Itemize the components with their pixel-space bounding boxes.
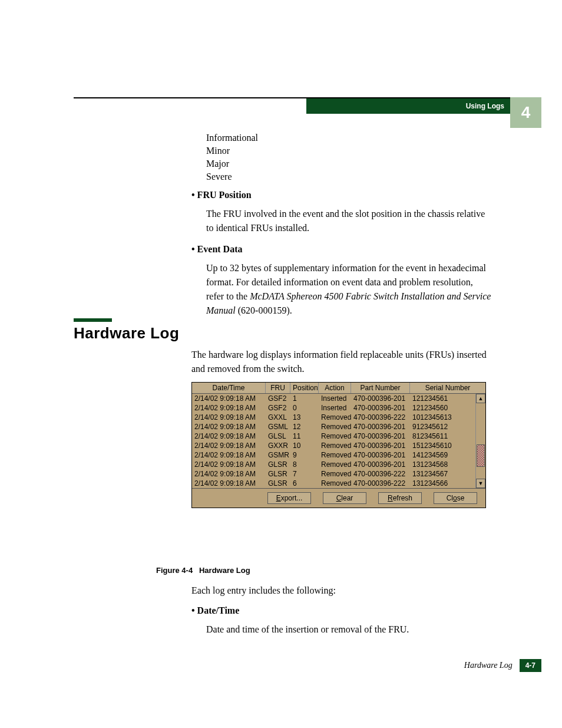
cell-sn: 912345612 bbox=[410, 422, 475, 431]
footer-page-number: 4-7 bbox=[520, 659, 541, 672]
footer-section: Hardware Log bbox=[464, 661, 513, 670]
cell-pn: 470-000396-201 bbox=[351, 394, 410, 403]
cell-fru: GSMR bbox=[266, 450, 290, 460]
col-header-action[interactable]: Action bbox=[319, 383, 351, 393]
cell-pn: 470-000396-222 bbox=[351, 469, 410, 479]
cell-sn: 131234566 bbox=[410, 479, 475, 488]
scroll-thumb[interactable] bbox=[477, 444, 485, 467]
cell-dt: 2/14/02 9:09:18 AM bbox=[192, 413, 266, 422]
cell-act: Removed bbox=[319, 450, 351, 460]
table-row[interactable]: 2/14/02 9:09:18 AMGLSR6Removed470-000396… bbox=[192, 479, 475, 488]
cell-act: Removed bbox=[319, 431, 351, 441]
section-intro: The hardware log displays information fi… bbox=[191, 348, 491, 376]
scroll-down-icon[interactable]: ▼ bbox=[476, 479, 485, 488]
cell-sn: 131234568 bbox=[410, 460, 475, 469]
table-row[interactable]: 2/14/02 9:09:18 AMGSMR9Removed470-000396… bbox=[192, 450, 475, 460]
col-header-part-number[interactable]: Part Number bbox=[351, 383, 410, 393]
table-row[interactable]: 2/14/02 9:09:18 AMGLSR8Removed470-000396… bbox=[192, 460, 475, 469]
cell-act: Removed bbox=[319, 469, 351, 479]
table-row[interactable]: 2/14/02 9:09:18 AMGLSL11Removed470-00039… bbox=[192, 431, 475, 441]
fru-position-desc: The FRU involved in the event and the sl… bbox=[206, 207, 491, 235]
cell-act: Removed bbox=[319, 479, 351, 488]
section-marker bbox=[74, 318, 112, 322]
severity-major: Major bbox=[206, 159, 491, 169]
cell-fru: GSML bbox=[266, 422, 290, 431]
col-header-datetime[interactable]: Date/Time bbox=[192, 383, 266, 393]
cell-pn: 470-000396-222 bbox=[351, 479, 410, 488]
datetime-desc: Date and time of the insertion or remova… bbox=[206, 622, 491, 637]
cell-sn: 812345611 bbox=[410, 431, 475, 441]
cell-fru: GSF2 bbox=[266, 403, 290, 413]
severity-severe: Severe bbox=[206, 172, 491, 182]
cell-pn: 470-000396-201 bbox=[351, 422, 410, 431]
cell-pos: 6 bbox=[290, 479, 319, 488]
scroll-track[interactable] bbox=[476, 403, 485, 479]
cell-sn: 1512345610 bbox=[410, 441, 475, 450]
cell-pos: 0 bbox=[290, 403, 319, 413]
event-data-heading: Event Data bbox=[191, 242, 491, 256]
refresh-button[interactable]: Refresh bbox=[378, 492, 422, 504]
table-row[interactable]: 2/14/02 9:09:18 AMGXXL13Removed470-00039… bbox=[192, 413, 475, 422]
cell-fru: GLSR bbox=[266, 460, 290, 469]
scrollbar[interactable]: ▲ ▼ bbox=[475, 394, 485, 488]
table-row[interactable]: 2/14/02 9:09:18 AMGSML12Removed470-00039… bbox=[192, 422, 475, 431]
after-intro: Each log entry includes the following: bbox=[191, 584, 491, 598]
datetime-heading: Date/Time bbox=[191, 604, 491, 618]
cell-sn: 141234569 bbox=[410, 450, 475, 460]
cell-pos: 9 bbox=[290, 450, 319, 460]
table-header-row: Date/Time FRU Position Action Part Numbe… bbox=[192, 383, 485, 394]
col-header-fru[interactable]: FRU bbox=[266, 383, 290, 393]
cell-sn: 121234560 bbox=[410, 403, 475, 413]
cell-act: Removed bbox=[319, 441, 351, 450]
cell-fru: GLSR bbox=[266, 469, 290, 479]
header-tab: Using Logs bbox=[306, 98, 510, 114]
cell-pos: 10 bbox=[290, 441, 319, 450]
cell-fru: GXXL bbox=[266, 413, 290, 422]
cell-pn: 470-000396-201 bbox=[351, 431, 410, 441]
cell-act: Removed bbox=[319, 460, 351, 469]
cell-dt: 2/14/02 9:09:18 AM bbox=[192, 450, 266, 460]
cell-dt: 2/14/02 9:09:18 AM bbox=[192, 460, 266, 469]
table-row[interactable]: 2/14/02 9:09:18 AMGXXR10Removed470-00039… bbox=[192, 441, 475, 450]
close-button[interactable]: Close bbox=[434, 492, 477, 504]
cell-dt: 2/14/02 9:09:18 AM bbox=[192, 469, 266, 479]
section-title: Hardware Log bbox=[74, 324, 179, 342]
cell-dt: 2/14/02 9:09:18 AM bbox=[192, 441, 266, 450]
severity-minor: Minor bbox=[206, 146, 491, 156]
cell-fru: GLSR bbox=[266, 479, 290, 488]
cell-pos: 13 bbox=[290, 413, 319, 422]
hardware-log-figure: Date/Time FRU Position Action Part Numbe… bbox=[191, 382, 486, 508]
cell-pos: 12 bbox=[290, 422, 319, 431]
cell-pn: 470-000396-201 bbox=[351, 441, 410, 450]
cell-dt: 2/14/02 9:09:18 AM bbox=[192, 403, 266, 413]
cell-pn: 470-000396-201 bbox=[351, 460, 410, 469]
cell-pn: 470-000396-201 bbox=[351, 450, 410, 460]
cell-pn: 470-000396-222 bbox=[351, 413, 410, 422]
chapter-number: 4 bbox=[510, 97, 541, 128]
cell-fru: GSF2 bbox=[266, 394, 290, 403]
scroll-up-icon[interactable]: ▲ bbox=[476, 394, 485, 403]
cell-pos: 11 bbox=[290, 431, 319, 441]
col-header-position[interactable]: Position bbox=[290, 383, 319, 393]
cell-sn: 121234561 bbox=[410, 394, 475, 403]
cell-fru: GXXR bbox=[266, 441, 290, 450]
cell-act: Inserted bbox=[319, 403, 351, 413]
cell-pos: 7 bbox=[290, 469, 319, 479]
cell-pos: 8 bbox=[290, 460, 319, 469]
cell-pos: 1 bbox=[290, 394, 319, 403]
table-row[interactable]: 2/14/02 9:09:18 AMGSF20Inserted470-00039… bbox=[192, 403, 475, 413]
table-row[interactable]: 2/14/02 9:09:18 AMGLSR7Removed470-000396… bbox=[192, 469, 475, 479]
cell-dt: 2/14/02 9:09:18 AM bbox=[192, 394, 266, 403]
cell-pn: 470-000396-201 bbox=[351, 403, 410, 413]
cell-fru: GLSL bbox=[266, 431, 290, 441]
severity-informational: Informational bbox=[206, 133, 491, 143]
cell-sn: 1012345613 bbox=[410, 413, 475, 422]
table-row[interactable]: 2/14/02 9:09:18 AMGSF21Inserted470-00039… bbox=[192, 394, 475, 403]
cell-dt: 2/14/02 9:09:18 AM bbox=[192, 422, 266, 431]
fru-position-heading: FRU Position bbox=[191, 188, 491, 202]
export-button[interactable]: Export... bbox=[267, 492, 311, 504]
cell-act: Removed bbox=[319, 413, 351, 422]
clear-button[interactable]: Clear bbox=[323, 492, 366, 504]
event-data-desc: Up to 32 bytes of supplementary informat… bbox=[206, 261, 491, 318]
col-header-serial-number[interactable]: Serial Number bbox=[410, 383, 485, 393]
